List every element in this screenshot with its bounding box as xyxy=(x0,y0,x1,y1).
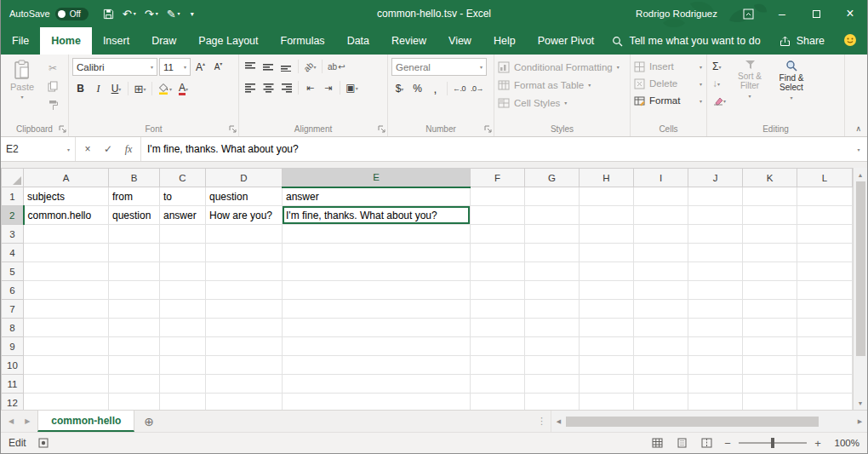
column-header-J[interactable]: J xyxy=(688,169,743,187)
cell-F6[interactable] xyxy=(471,281,525,300)
vertical-scrollbar[interactable]: ▲ ▼ xyxy=(853,168,867,410)
row-header-4[interactable]: 4 xyxy=(2,244,24,262)
percent-style-button[interactable]: % xyxy=(409,80,425,97)
cell-C3[interactable] xyxy=(160,225,206,244)
cell-E1[interactable]: answer xyxy=(283,187,471,206)
align-left-button[interactable] xyxy=(243,79,259,96)
cell-K2[interactable] xyxy=(743,206,797,225)
expand-formula-bar-button[interactable]: ▾ xyxy=(850,137,867,161)
share-button[interactable]: Share xyxy=(779,35,825,47)
cell-B8[interactable] xyxy=(109,319,160,337)
cell-D1[interactable]: question xyxy=(206,187,283,206)
cell-A10[interactable] xyxy=(24,356,109,375)
page-layout-view-button[interactable] xyxy=(673,434,690,451)
paste-button[interactable]: Paste ▾ xyxy=(4,58,40,112)
cell-H4[interactable] xyxy=(580,244,634,262)
cell-F8[interactable] xyxy=(471,319,525,337)
format-as-table-button[interactable]: Format as Table ▾ xyxy=(498,76,626,94)
cell-A5[interactable] xyxy=(24,262,109,281)
cell-K8[interactable] xyxy=(743,319,797,337)
cell-F10[interactable] xyxy=(471,356,525,375)
tab-scrollbar-splitter[interactable]: ⋮ xyxy=(533,411,551,432)
cell-L10[interactable] xyxy=(797,356,853,375)
cell-E10[interactable] xyxy=(283,356,471,375)
zoom-slider-thumb[interactable] xyxy=(771,438,774,448)
ribbon-tab-file[interactable]: File xyxy=(1,27,40,55)
cell-H3[interactable] xyxy=(580,225,634,244)
cell-E5[interactable] xyxy=(283,262,471,281)
merge-center-button[interactable]: ▣▾ xyxy=(344,79,360,96)
scroll-down-button[interactable]: ▼ xyxy=(854,396,867,410)
horizontal-scrollbar[interactable]: ◀ ▶ xyxy=(551,411,867,432)
cell-I11[interactable] xyxy=(634,375,688,394)
row-header-5[interactable]: 5 xyxy=(2,262,24,281)
cell-K3[interactable] xyxy=(743,225,797,244)
cell-J1[interactable] xyxy=(688,187,743,206)
font-color-button[interactable]: A▾ xyxy=(175,80,191,97)
cell-K5[interactable] xyxy=(743,262,797,281)
sort-filter-button[interactable]: Sort & Filter ▾ xyxy=(730,58,769,108)
cell-E2[interactable]: I'm fine, thanks. What about you? xyxy=(283,206,471,225)
row-header-3[interactable]: 3 xyxy=(2,225,24,244)
conditional-formatting-button[interactable]: Conditional Formatting ▾ xyxy=(498,58,626,76)
zoom-level[interactable]: 100% xyxy=(829,438,859,448)
cell-E7[interactable] xyxy=(283,300,471,319)
prev-sheet-button[interactable]: ◀ xyxy=(9,417,14,425)
maximize-button[interactable] xyxy=(799,0,833,27)
cell-G3[interactable] xyxy=(525,225,580,244)
top-align-button[interactable] xyxy=(243,58,259,75)
orientation-button[interactable]: ab▾ xyxy=(302,58,318,75)
delete-cells-button[interactable]: Delete ▾ xyxy=(634,75,702,92)
cell-B6[interactable] xyxy=(109,281,160,300)
cell-G9[interactable] xyxy=(525,337,580,356)
middle-align-button[interactable] xyxy=(260,58,277,75)
ribbon-tab-draw[interactable]: Draw xyxy=(140,27,187,55)
cell-K1[interactable] xyxy=(743,187,797,206)
select-all-button[interactable] xyxy=(2,169,24,187)
undo-button[interactable]: ↶▾ xyxy=(118,6,140,22)
cell-A6[interactable] xyxy=(24,281,109,300)
cell-A9[interactable] xyxy=(24,337,109,356)
cell-J2[interactable] xyxy=(688,206,743,225)
font-size-select[interactable]: 11▾ xyxy=(159,58,191,76)
cancel-button[interactable]: × xyxy=(77,143,98,155)
cell-D9[interactable] xyxy=(206,337,283,356)
cell-G5[interactable] xyxy=(525,262,580,281)
feedback-smiley-button[interactable] xyxy=(843,33,857,49)
cell-I5[interactable] xyxy=(634,262,688,281)
decrease-decimal-button[interactable]: .0→ xyxy=(469,80,485,97)
cell-A12[interactable] xyxy=(24,394,109,411)
align-center-button[interactable] xyxy=(260,79,277,96)
horizontal-scrollbar-thumb[interactable] xyxy=(566,417,819,427)
cell-B12[interactable] xyxy=(109,394,160,411)
cell-C1[interactable]: to xyxy=(160,187,206,206)
column-header-A[interactable]: A xyxy=(24,169,109,187)
cell-C7[interactable] xyxy=(160,300,206,319)
column-header-K[interactable]: K xyxy=(743,169,797,187)
cell-D11[interactable] xyxy=(206,375,283,394)
column-header-I[interactable]: I xyxy=(634,169,688,187)
page-break-preview-button[interactable] xyxy=(698,434,715,451)
column-header-L[interactable]: L xyxy=(797,169,853,187)
scroll-up-button[interactable]: ▲ xyxy=(854,168,867,181)
ribbon-tab-power-pivot[interactable]: Power Pivot xyxy=(527,27,606,55)
vertical-scrollbar-thumb[interactable] xyxy=(856,181,865,356)
alignment-dialog-launcher[interactable] xyxy=(378,125,385,133)
column-header-G[interactable]: G xyxy=(525,169,580,187)
cell-I3[interactable] xyxy=(634,225,688,244)
column-header-D[interactable]: D xyxy=(206,169,283,187)
cell-A11[interactable] xyxy=(24,375,109,394)
row-header-8[interactable]: 8 xyxy=(2,319,24,337)
cell-D8[interactable] xyxy=(206,319,283,337)
cell-D2[interactable]: How are you? xyxy=(206,206,283,225)
number-dialog-launcher[interactable] xyxy=(484,125,492,133)
name-box[interactable]: E2 ▾ xyxy=(1,137,76,161)
fill-color-button[interactable]: ▾ xyxy=(156,80,174,97)
cell-H1[interactable] xyxy=(580,187,634,206)
copy-button[interactable] xyxy=(44,79,61,94)
cell-I2[interactable] xyxy=(634,206,688,225)
cell-A7[interactable] xyxy=(24,300,109,319)
cell-K4[interactable] xyxy=(743,244,797,262)
horizontal-scrollbar-track[interactable] xyxy=(566,411,853,432)
cell-C5[interactable] xyxy=(160,262,206,281)
